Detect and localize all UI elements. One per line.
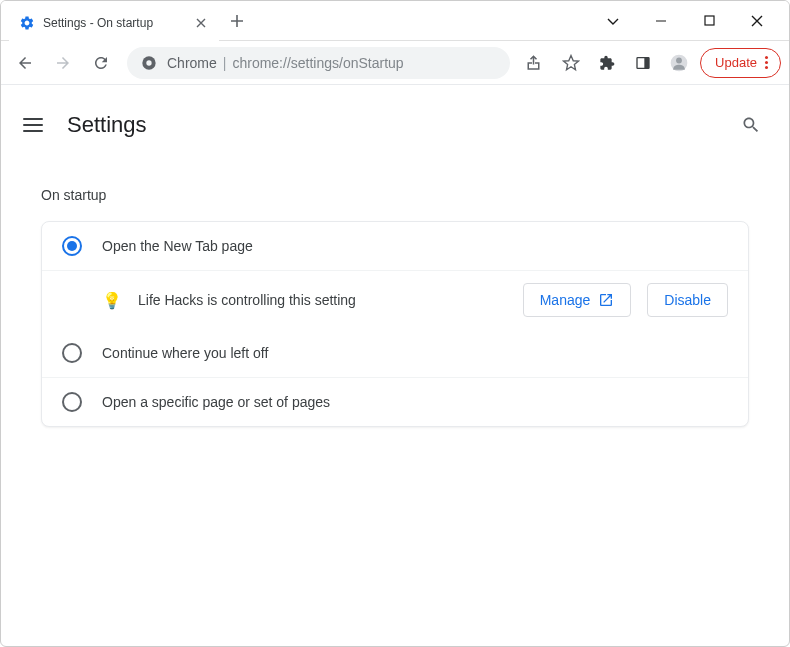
- option-specific-row[interactable]: Open a specific page or set of pages: [42, 377, 748, 426]
- sidepanel-icon[interactable]: [628, 48, 658, 78]
- disable-button[interactable]: Disable: [647, 283, 728, 317]
- extension-notice-row: 💡 Life Hacks is controlling this setting…: [42, 270, 748, 329]
- page-title: Settings: [67, 112, 711, 138]
- extension-notice-label: Life Hacks is controlling this setting: [138, 292, 507, 308]
- address-text: Chrome | chrome://settings/onStartup: [167, 55, 404, 71]
- svg-point-2: [146, 60, 151, 65]
- forward-button[interactable]: [47, 47, 79, 79]
- manage-button[interactable]: Manage: [523, 283, 632, 317]
- reload-button[interactable]: [85, 47, 117, 79]
- page-header: Settings: [17, 101, 773, 163]
- bookmark-star-icon[interactable]: [556, 48, 586, 78]
- new-tab-button[interactable]: [223, 7, 251, 35]
- radio-continue[interactable]: [62, 343, 82, 363]
- close-window-button[interactable]: [743, 7, 771, 35]
- update-label: Update: [715, 55, 757, 70]
- url-host: Chrome: [167, 55, 217, 71]
- browser-tab[interactable]: Settings - On startup: [9, 5, 219, 41]
- option-newtab-label: Open the New Tab page: [102, 238, 728, 254]
- option-newtab-row[interactable]: Open the New Tab page: [42, 222, 748, 270]
- svg-rect-0: [705, 16, 714, 25]
- svg-point-6: [676, 57, 682, 63]
- menu-dots-icon: [765, 56, 768, 69]
- svg-rect-4: [644, 57, 649, 68]
- radio-newtab[interactable]: [62, 236, 82, 256]
- manage-label: Manage: [540, 292, 591, 308]
- hamburger-menu-icon[interactable]: [21, 113, 45, 137]
- address-bar[interactable]: Chrome | chrome://settings/onStartup: [127, 47, 510, 79]
- window-titlebar: Settings - On startup: [1, 1, 789, 41]
- tab-title: Settings - On startup: [43, 16, 185, 30]
- back-button[interactable]: [9, 47, 41, 79]
- close-tab-icon[interactable]: [193, 15, 209, 31]
- search-button[interactable]: [733, 107, 769, 143]
- url-path: chrome://settings/onStartup: [232, 55, 403, 71]
- lightbulb-icon: 💡: [102, 290, 122, 310]
- startup-options-card: Open the New Tab page 💡 Life Hacks is co…: [41, 221, 749, 427]
- external-link-icon: [598, 292, 614, 308]
- extensions-icon[interactable]: [592, 48, 622, 78]
- maximize-button[interactable]: [695, 7, 723, 35]
- option-specific-label: Open a specific page or set of pages: [102, 394, 728, 410]
- section-title: On startup: [17, 163, 773, 221]
- share-icon[interactable]: [520, 48, 550, 78]
- chrome-logo-icon: [141, 55, 157, 71]
- gear-icon: [19, 15, 35, 31]
- option-continue-row[interactable]: Continue where you left off: [42, 329, 748, 377]
- option-continue-label: Continue where you left off: [102, 345, 728, 361]
- window-controls: [581, 1, 789, 40]
- page-content: Settings On startup Open the New Tab pag…: [1, 85, 789, 427]
- radio-specific[interactable]: [62, 392, 82, 412]
- toolbar: Chrome | chrome://settings/onStartup Upd…: [1, 41, 789, 85]
- profile-avatar-icon[interactable]: [664, 48, 694, 78]
- minimize-button[interactable]: [647, 7, 675, 35]
- titlebar-spacer: [255, 1, 581, 40]
- update-button[interactable]: Update: [700, 48, 781, 78]
- chevron-down-icon[interactable]: [599, 7, 627, 35]
- disable-label: Disable: [664, 292, 711, 308]
